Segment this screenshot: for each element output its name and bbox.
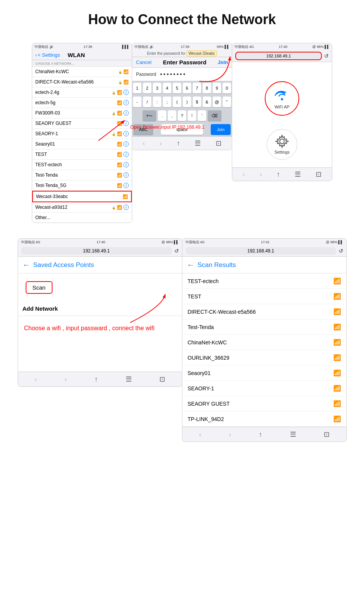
wifi-ap-button[interactable]: WiFi AP — [265, 81, 299, 116]
scan-result-seaory01[interactable]: Seaory01 📶 — [182, 365, 346, 381]
share-icon[interactable]: ↑ — [259, 431, 262, 439]
info-icon[interactable]: i — [123, 121, 129, 126]
share-icon[interactable]: ↑ — [177, 139, 180, 147]
key-amp[interactable]: & — [203, 97, 211, 107]
forward-icon[interactable]: › — [260, 170, 262, 179]
key-comma[interactable]: , — [168, 110, 176, 121]
wifi-item-seaory01[interactable]: Seaory01 📶 i — [32, 139, 132, 149]
scan-result-ourlink[interactable]: OURLINK_36629 📶 — [182, 350, 346, 365]
info-icon[interactable]: i — [123, 141, 129, 147]
scan-result-tplink[interactable]: TP-LINK_94D2 📶 — [182, 411, 346, 427]
tabs-icon[interactable]: ⊡ — [316, 170, 321, 179]
info-icon[interactable]: i — [123, 152, 129, 157]
key-period[interactable]: . — [158, 110, 166, 121]
key-dollar[interactable]: $ — [193, 97, 201, 107]
key-at[interactable]: @ — [213, 97, 221, 107]
back-icon[interactable]: ‹ — [143, 139, 145, 147]
info-icon[interactable]: i — [123, 131, 129, 136]
wifi-item-test-ectech[interactable]: TEST-ectech 📶 i — [32, 160, 132, 170]
join-button[interactable]: Join — [218, 59, 228, 65]
cancel-button[interactable]: Cancel — [136, 59, 151, 65]
back-icon[interactable]: ‹ — [199, 431, 202, 439]
scan-result-test[interactable]: TEST 📶 — [182, 289, 346, 304]
bottom-right-refresh-button[interactable]: ↺ — [339, 248, 343, 254]
back-icon[interactable]: ‹ — [243, 170, 245, 179]
wifi-item-test[interactable]: TEST 📶 i — [32, 149, 132, 160]
info-icon[interactable]: i — [123, 172, 129, 178]
tabs-icon[interactable]: ⊡ — [159, 375, 165, 383]
wifi-item-chinanet[interactable]: ChinaNet-KcWC 📶 — [32, 67, 132, 77]
scan-result-tenda[interactable]: Test-Tenda 📶 — [182, 319, 346, 335]
info-icon[interactable]: i — [123, 100, 129, 105]
scan-button[interactable]: Scan — [26, 281, 52, 294]
wifi-item-other[interactable]: Other... — [32, 213, 132, 223]
join-key[interactable]: Join — [211, 124, 231, 135]
settings-back-button[interactable]: ‹ < Settings — [35, 52, 60, 58]
bottom-right-url-bar[interactable]: 192.168.49.1 — [185, 247, 336, 255]
key-0[interactable]: 0 — [223, 83, 231, 93]
bookmarks-icon[interactable]: ☰ — [295, 170, 301, 179]
bottom-left-refresh-button[interactable]: ↺ — [174, 248, 179, 254]
key-semicolon[interactable]: ; — [163, 97, 171, 107]
wifi-item-direct[interactable]: DIRECT-CK-Wecast-e5a566 📶 — [32, 77, 132, 87]
forward-icon[interactable]: › — [160, 139, 162, 147]
wifi-item-ectech5g[interactable]: ectech-5g 📶 i — [32, 98, 132, 108]
back-icon[interactable]: ‹ — [35, 375, 37, 383]
add-network-row[interactable]: Add Network — [18, 301, 182, 316]
refresh-button[interactable]: ↺ — [324, 53, 329, 59]
bottom-left-back-button[interactable]: ← — [23, 260, 30, 269]
key-6[interactable]: 6 — [183, 83, 191, 93]
key-9[interactable]: 9 — [213, 83, 221, 93]
key-3[interactable]: 3 — [153, 83, 161, 93]
info-icon[interactable]: i — [123, 90, 129, 95]
scan-result-direct[interactable]: DIRECT-CK-Wecast-e5a566 📶 — [182, 304, 346, 319]
key-4[interactable]: 4 — [163, 83, 171, 93]
forward-icon[interactable]: › — [65, 375, 67, 383]
space-key[interactable]: space — [161, 124, 203, 135]
url-bar[interactable]: 192.168.49.1 — [235, 52, 322, 60]
info-icon[interactable]: i — [123, 205, 129, 210]
share-icon[interactable]: ↑ — [95, 375, 98, 383]
wifi-item-wecast[interactable]: Wecast-33eabc 📶 — [32, 191, 132, 202]
key-rparen[interactable]: ) — [183, 97, 191, 107]
key-8[interactable]: 8 — [203, 83, 211, 93]
key-quote[interactable]: " — [223, 97, 231, 107]
key-slash[interactable]: / — [143, 97, 151, 107]
backspace-key[interactable]: ⌫ — [208, 110, 221, 121]
bottom-right-back-button[interactable]: ← — [187, 260, 195, 269]
scan-result-seaory-guest[interactable]: SEAORY GUEST 📶 — [182, 396, 346, 411]
key-colon[interactable]: : — [153, 97, 161, 107]
scan-result-test-ectech[interactable]: TEST-ectech 📶 — [182, 274, 346, 289]
settings-button[interactable]: Settings — [267, 129, 297, 160]
wifi-item-seaory1[interactable]: SEAORY-1 📶 i — [32, 129, 132, 139]
key-exclaim[interactable]: ! — [188, 110, 196, 121]
key-dash[interactable]: - — [133, 97, 141, 107]
bookmarks-icon[interactable]: ☰ — [126, 375, 132, 383]
wifi-item-ectech24[interactable]: ectech-2.4g 📶 i — [32, 87, 132, 98]
wifi-item-fw300r[interactable]: FW300R-03 📶 i — [32, 108, 132, 118]
key-symbols[interactable]: #+= — [143, 110, 156, 121]
scan-result-seaory1[interactable]: SEAORY-1 📶 — [182, 381, 346, 396]
wifi-item-seaory-guest[interactable]: SEAORY GUEST 📶 i — [32, 118, 132, 129]
abc-key[interactable]: ABC — [133, 124, 153, 135]
key-7[interactable]: 7 — [193, 83, 201, 93]
bookmarks-icon[interactable]: ☰ — [195, 139, 201, 147]
password-input[interactable]: •••••••• — [160, 71, 187, 78]
tabs-icon[interactable]: ⊡ — [324, 430, 330, 439]
scan-result-chinanet[interactable]: ChinaNet-KcWC 📶 — [182, 335, 346, 350]
wifi-item-test-tenda5g[interactable]: Test-Tenda_5G 📶 i — [32, 180, 132, 191]
tabs-icon[interactable]: ⊡ — [216, 139, 221, 147]
key-2[interactable]: 2 — [143, 83, 151, 93]
key-apostrophe[interactable]: ' — [198, 110, 206, 121]
key-question[interactable]: ? — [178, 110, 186, 121]
wifi-item-wecast-a93d12[interactable]: Wecast-a93d12 📶 i — [32, 202, 132, 213]
key-5[interactable]: 5 — [173, 83, 181, 93]
info-icon[interactable]: i — [123, 183, 129, 188]
bottom-left-url-bar[interactable]: 192.168.49.1 — [21, 247, 172, 255]
info-icon[interactable]: i — [123, 162, 129, 167]
key-1[interactable]: 1 — [133, 83, 141, 93]
wifi-item-test-tenda[interactable]: Test-Tenda 📶 i — [32, 170, 132, 180]
share-icon[interactable]: ↑ — [277, 170, 280, 179]
info-icon[interactable]: i — [123, 110, 129, 116]
bookmarks-icon[interactable]: ☰ — [290, 430, 296, 439]
